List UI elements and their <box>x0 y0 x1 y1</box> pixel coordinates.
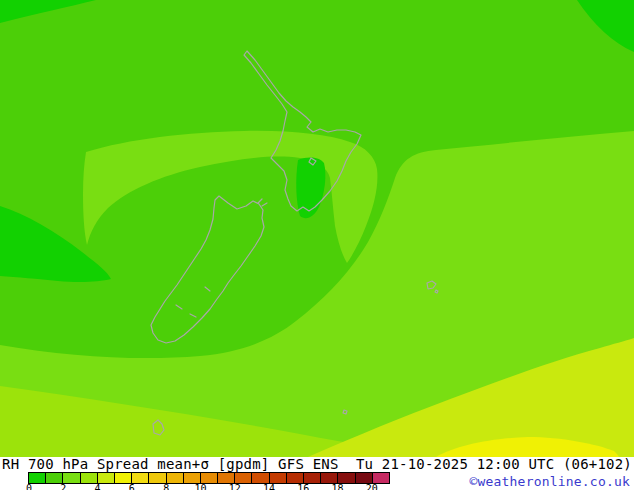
colorbar-tick-label: 6 <box>129 484 135 490</box>
weather-map <box>0 0 634 457</box>
colorbar-segment-1 <box>46 473 63 483</box>
colorbar-segment-3 <box>81 473 98 483</box>
colorbar-segment-17 <box>321 473 338 483</box>
colorbar-segment-12 <box>235 473 252 483</box>
colorbar-segment-16 <box>304 473 321 483</box>
colorbar-segment-15 <box>287 473 304 483</box>
colorbar-segment-18 <box>338 473 355 483</box>
colorbar-tick-label: 0 <box>26 484 32 490</box>
colorbar-segment-7 <box>149 473 166 483</box>
colorbar-segment-13 <box>252 473 269 483</box>
colorbar-tick-label: 16 <box>297 484 309 490</box>
colorbar-segment-6 <box>132 473 149 483</box>
colorbar-tick-label: 20 <box>366 484 378 490</box>
colorbar-segment-0 <box>29 473 46 483</box>
colorbar-tick-label: 18 <box>332 484 344 490</box>
colorbar-tick-label: 4 <box>95 484 101 490</box>
colorbar-tick-label: 14 <box>263 484 275 490</box>
colorbar-segment-10 <box>201 473 218 483</box>
colorbar-segment-9 <box>184 473 201 483</box>
colorbar-segment-20 <box>373 473 389 483</box>
map-valid-time: Tu 21-10-2025 12:00 UTC (06+102) <box>354 456 634 472</box>
colorbar-segment-5 <box>115 473 132 483</box>
colorbar-labels: 02468101214161820 <box>28 484 408 490</box>
map-title: RH 700 hPa Spread mean+σ [gpdm] GFS ENS <box>0 456 341 472</box>
colorbar-segment-8 <box>167 473 184 483</box>
colorbar-segment-4 <box>98 473 115 483</box>
copyright-credit: ©weatheronline.co.uk <box>469 474 630 489</box>
weather-map-page: RH 700 hPa Spread mean+σ [gpdm] GFS ENS … <box>0 0 634 490</box>
colorbar-tick-label: 2 <box>60 484 66 490</box>
colorbar-tick-label: 8 <box>163 484 169 490</box>
colorbar-segment-11 <box>218 473 235 483</box>
colorbar-segment-19 <box>356 473 373 483</box>
colorbar-tick-label: 10 <box>194 484 206 490</box>
colorbar-segment-2 <box>63 473 80 483</box>
caption-row: RH 700 hPa Spread mean+σ [gpdm] GFS ENS … <box>0 456 634 472</box>
colorbar-tick-label: 12 <box>229 484 241 490</box>
colorbar-segment-14 <box>270 473 287 483</box>
